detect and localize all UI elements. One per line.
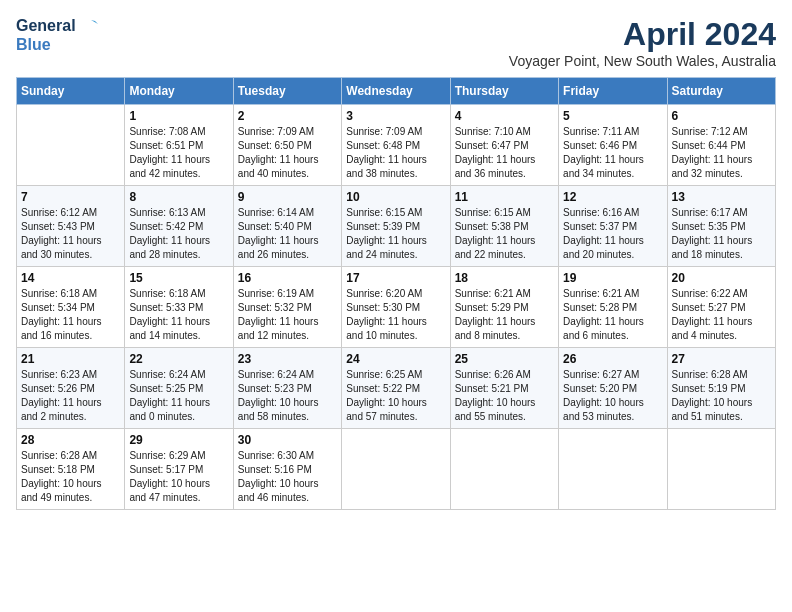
day-number: 3 bbox=[346, 109, 445, 123]
day-number: 4 bbox=[455, 109, 554, 123]
day-number: 7 bbox=[21, 190, 120, 204]
calendar-cell: 5Sunrise: 7:11 AM Sunset: 6:46 PM Daylig… bbox=[559, 105, 667, 186]
day-number: 23 bbox=[238, 352, 337, 366]
calendar-cell: 8Sunrise: 6:13 AM Sunset: 5:42 PM Daylig… bbox=[125, 186, 233, 267]
calendar-cell: 20Sunrise: 6:22 AM Sunset: 5:27 PM Dayli… bbox=[667, 267, 775, 348]
day-info: Sunrise: 6:16 AM Sunset: 5:37 PM Dayligh… bbox=[563, 206, 662, 262]
calendar-cell: 14Sunrise: 6:18 AM Sunset: 5:34 PM Dayli… bbox=[17, 267, 125, 348]
day-info: Sunrise: 7:11 AM Sunset: 6:46 PM Dayligh… bbox=[563, 125, 662, 181]
day-info: Sunrise: 6:25 AM Sunset: 5:22 PM Dayligh… bbox=[346, 368, 445, 424]
calendar-week-row: 21Sunrise: 6:23 AM Sunset: 5:26 PM Dayli… bbox=[17, 348, 776, 429]
day-info: Sunrise: 6:17 AM Sunset: 5:35 PM Dayligh… bbox=[672, 206, 771, 262]
logo-bird-icon bbox=[78, 16, 98, 36]
day-info: Sunrise: 6:24 AM Sunset: 5:23 PM Dayligh… bbox=[238, 368, 337, 424]
calendar-cell: 17Sunrise: 6:20 AM Sunset: 5:30 PM Dayli… bbox=[342, 267, 450, 348]
day-number: 13 bbox=[672, 190, 771, 204]
calendar-cell: 30Sunrise: 6:30 AM Sunset: 5:16 PM Dayli… bbox=[233, 429, 341, 510]
logo-svg: General Blue bbox=[16, 16, 98, 54]
day-number: 26 bbox=[563, 352, 662, 366]
day-info: Sunrise: 6:24 AM Sunset: 5:25 PM Dayligh… bbox=[129, 368, 228, 424]
calendar-cell: 29Sunrise: 6:29 AM Sunset: 5:17 PM Dayli… bbox=[125, 429, 233, 510]
day-info: Sunrise: 6:23 AM Sunset: 5:26 PM Dayligh… bbox=[21, 368, 120, 424]
calendar-week-row: 28Sunrise: 6:28 AM Sunset: 5:18 PM Dayli… bbox=[17, 429, 776, 510]
day-info: Sunrise: 6:28 AM Sunset: 5:19 PM Dayligh… bbox=[672, 368, 771, 424]
calendar-week-row: 7Sunrise: 6:12 AM Sunset: 5:43 PM Daylig… bbox=[17, 186, 776, 267]
calendar-cell bbox=[667, 429, 775, 510]
day-info: Sunrise: 6:15 AM Sunset: 5:38 PM Dayligh… bbox=[455, 206, 554, 262]
day-number: 9 bbox=[238, 190, 337, 204]
day-number: 27 bbox=[672, 352, 771, 366]
day-number: 16 bbox=[238, 271, 337, 285]
calendar-cell: 11Sunrise: 6:15 AM Sunset: 5:38 PM Dayli… bbox=[450, 186, 558, 267]
calendar-cell: 12Sunrise: 6:16 AM Sunset: 5:37 PM Dayli… bbox=[559, 186, 667, 267]
calendar-cell bbox=[559, 429, 667, 510]
day-number: 20 bbox=[672, 271, 771, 285]
calendar-cell: 27Sunrise: 6:28 AM Sunset: 5:19 PM Dayli… bbox=[667, 348, 775, 429]
day-number: 11 bbox=[455, 190, 554, 204]
logo-blue: Blue bbox=[16, 36, 51, 54]
day-info: Sunrise: 6:21 AM Sunset: 5:29 PM Dayligh… bbox=[455, 287, 554, 343]
day-info: Sunrise: 7:09 AM Sunset: 6:48 PM Dayligh… bbox=[346, 125, 445, 181]
day-info: Sunrise: 6:20 AM Sunset: 5:30 PM Dayligh… bbox=[346, 287, 445, 343]
calendar-day-header: Thursday bbox=[450, 78, 558, 105]
day-number: 19 bbox=[563, 271, 662, 285]
day-info: Sunrise: 6:13 AM Sunset: 5:42 PM Dayligh… bbox=[129, 206, 228, 262]
day-number: 28 bbox=[21, 433, 120, 447]
day-number: 5 bbox=[563, 109, 662, 123]
day-number: 8 bbox=[129, 190, 228, 204]
title-block: April 2024 Voyager Point, New South Wale… bbox=[509, 16, 776, 69]
day-number: 12 bbox=[563, 190, 662, 204]
calendar-table: SundayMondayTuesdayWednesdayThursdayFrid… bbox=[16, 77, 776, 510]
logo-general: General bbox=[16, 17, 76, 35]
day-number: 1 bbox=[129, 109, 228, 123]
day-number: 15 bbox=[129, 271, 228, 285]
calendar-cell: 4Sunrise: 7:10 AM Sunset: 6:47 PM Daylig… bbox=[450, 105, 558, 186]
calendar-cell: 7Sunrise: 6:12 AM Sunset: 5:43 PM Daylig… bbox=[17, 186, 125, 267]
day-number: 14 bbox=[21, 271, 120, 285]
day-number: 22 bbox=[129, 352, 228, 366]
calendar-cell: 9Sunrise: 6:14 AM Sunset: 5:40 PM Daylig… bbox=[233, 186, 341, 267]
day-info: Sunrise: 6:29 AM Sunset: 5:17 PM Dayligh… bbox=[129, 449, 228, 505]
calendar-cell: 2Sunrise: 7:09 AM Sunset: 6:50 PM Daylig… bbox=[233, 105, 341, 186]
day-info: Sunrise: 6:12 AM Sunset: 5:43 PM Dayligh… bbox=[21, 206, 120, 262]
calendar-cell: 19Sunrise: 6:21 AM Sunset: 5:28 PM Dayli… bbox=[559, 267, 667, 348]
calendar-day-header: Wednesday bbox=[342, 78, 450, 105]
logo: General Blue bbox=[16, 16, 98, 54]
svg-marker-1 bbox=[91, 20, 98, 24]
calendar-week-row: 14Sunrise: 6:18 AM Sunset: 5:34 PM Dayli… bbox=[17, 267, 776, 348]
day-number: 10 bbox=[346, 190, 445, 204]
day-number: 30 bbox=[238, 433, 337, 447]
calendar-header-row: SundayMondayTuesdayWednesdayThursdayFrid… bbox=[17, 78, 776, 105]
calendar-cell: 25Sunrise: 6:26 AM Sunset: 5:21 PM Dayli… bbox=[450, 348, 558, 429]
day-info: Sunrise: 7:09 AM Sunset: 6:50 PM Dayligh… bbox=[238, 125, 337, 181]
day-info: Sunrise: 6:19 AM Sunset: 5:32 PM Dayligh… bbox=[238, 287, 337, 343]
day-info: Sunrise: 6:21 AM Sunset: 5:28 PM Dayligh… bbox=[563, 287, 662, 343]
calendar-cell: 24Sunrise: 6:25 AM Sunset: 5:22 PM Dayli… bbox=[342, 348, 450, 429]
calendar-cell: 26Sunrise: 6:27 AM Sunset: 5:20 PM Dayli… bbox=[559, 348, 667, 429]
calendar-cell: 3Sunrise: 7:09 AM Sunset: 6:48 PM Daylig… bbox=[342, 105, 450, 186]
calendar-cell: 10Sunrise: 6:15 AM Sunset: 5:39 PM Dayli… bbox=[342, 186, 450, 267]
day-info: Sunrise: 6:14 AM Sunset: 5:40 PM Dayligh… bbox=[238, 206, 337, 262]
day-number: 24 bbox=[346, 352, 445, 366]
calendar-cell: 21Sunrise: 6:23 AM Sunset: 5:26 PM Dayli… bbox=[17, 348, 125, 429]
day-number: 6 bbox=[672, 109, 771, 123]
day-info: Sunrise: 6:18 AM Sunset: 5:34 PM Dayligh… bbox=[21, 287, 120, 343]
calendar-cell: 22Sunrise: 6:24 AM Sunset: 5:25 PM Dayli… bbox=[125, 348, 233, 429]
day-number: 25 bbox=[455, 352, 554, 366]
calendar-day-header: Friday bbox=[559, 78, 667, 105]
day-info: Sunrise: 7:12 AM Sunset: 6:44 PM Dayligh… bbox=[672, 125, 771, 181]
day-number: 29 bbox=[129, 433, 228, 447]
location-subtitle: Voyager Point, New South Wales, Australi… bbox=[509, 53, 776, 69]
month-title: April 2024 bbox=[509, 16, 776, 53]
day-info: Sunrise: 6:18 AM Sunset: 5:33 PM Dayligh… bbox=[129, 287, 228, 343]
day-info: Sunrise: 6:27 AM Sunset: 5:20 PM Dayligh… bbox=[563, 368, 662, 424]
calendar-cell bbox=[450, 429, 558, 510]
day-number: 18 bbox=[455, 271, 554, 285]
page-header: General Blue April 2024 Voyager Point, N… bbox=[16, 16, 776, 69]
calendar-cell: 6Sunrise: 7:12 AM Sunset: 6:44 PM Daylig… bbox=[667, 105, 775, 186]
day-info: Sunrise: 7:08 AM Sunset: 6:51 PM Dayligh… bbox=[129, 125, 228, 181]
day-number: 2 bbox=[238, 109, 337, 123]
day-info: Sunrise: 6:28 AM Sunset: 5:18 PM Dayligh… bbox=[21, 449, 120, 505]
day-number: 17 bbox=[346, 271, 445, 285]
calendar-cell: 23Sunrise: 6:24 AM Sunset: 5:23 PM Dayli… bbox=[233, 348, 341, 429]
